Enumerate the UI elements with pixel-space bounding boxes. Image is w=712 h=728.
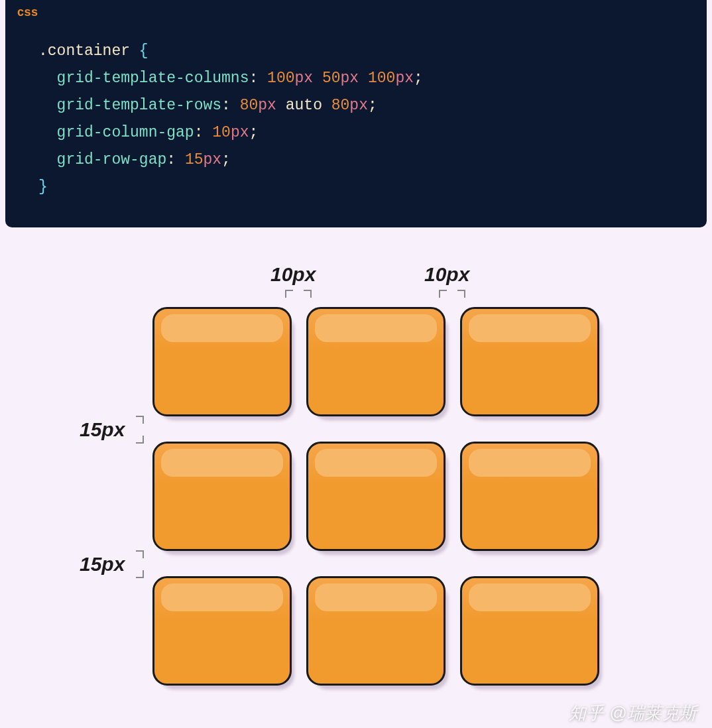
grid-cell xyxy=(460,307,599,416)
grid-cell xyxy=(460,576,599,686)
col-gap-bracket-1 xyxy=(285,290,312,302)
grid-cell xyxy=(152,307,292,416)
language-tag: css xyxy=(17,5,695,19)
grid-cell xyxy=(306,576,445,686)
grid-cell xyxy=(306,442,445,551)
row-gap-bracket-2 xyxy=(136,550,148,578)
grid-cell xyxy=(152,576,292,686)
grid-gap-diagram: 10px 10px 15px 15px 知乎 @瑞莱克斯 xyxy=(0,241,712,728)
row-gap-bracket-1 xyxy=(136,416,148,444)
row-gap-label-2: 15px xyxy=(80,553,125,576)
code-content: .container { grid-template-columns: 100p… xyxy=(17,38,695,201)
col-gap-label-1: 10px xyxy=(270,263,316,286)
col-gap-label-2: 10px xyxy=(424,263,469,286)
row-gap-label-1: 15px xyxy=(80,418,125,441)
grid-cell xyxy=(460,442,599,551)
grid-cell xyxy=(152,442,292,551)
grid-container xyxy=(152,307,599,686)
col-gap-bracket-2 xyxy=(439,290,465,302)
grid-cell xyxy=(306,307,445,416)
code-block: css .container { grid-template-columns: … xyxy=(5,0,707,227)
watermark: 知乎 @瑞莱克斯 xyxy=(569,701,697,725)
